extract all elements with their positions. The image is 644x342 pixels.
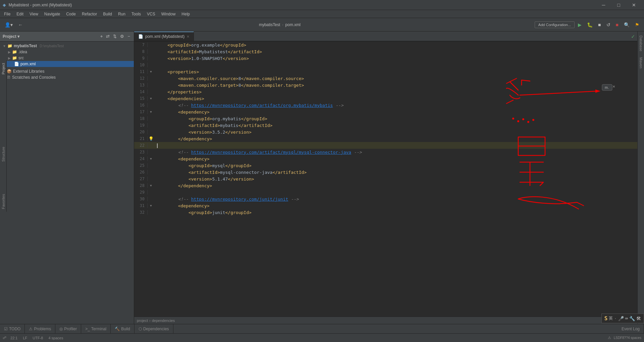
lightbulb-icon-21[interactable]: 💡 <box>149 136 154 141</box>
main-layout: Project ▾ ⌖ ⇄ ⇅ ⚙ − ▼ 📁 mybatisTest D:\m… <box>0 31 644 324</box>
problems-icon: ⚠ <box>29 327 33 331</box>
build-button[interactable]: ↺ <box>604 21 612 29</box>
bottom-tab-profiler[interactable]: ◎ Profiler <box>55 324 81 333</box>
code-line-13: 13 <maven.compiler.target>8</maven.compi… <box>134 82 637 88</box>
status-encoding[interactable]: UTF-8 <box>31 336 44 340</box>
code-line-15: 15 ▼ <dependencies> <box>134 95 637 102</box>
search-everywhere-button[interactable]: 🔍 <box>622 21 632 29</box>
code-line-10: 10 <box>134 62 637 68</box>
menu-navigate[interactable]: Navigate <box>42 11 63 17</box>
code-line-12: 12 <maven.compiler.source>8</maven.compi… <box>134 75 637 82</box>
code-content-21: </dependency> <box>154 136 637 141</box>
ime-lang-label[interactable]: 英 <box>609 316 613 321</box>
menu-run[interactable]: Run <box>115 11 128 17</box>
terminal-label: Terminal <box>91 327 106 331</box>
code-line-24: 24 ▼ <dependency> <box>134 155 637 162</box>
ime-mic-icon[interactable]: 🎤 <box>618 316 624 321</box>
bottom-tab-event-log[interactable]: Event Log <box>618 324 644 333</box>
add-configuration-button[interactable]: Add Configuration... <box>535 21 575 28</box>
database-panel-tab[interactable]: Database <box>638 33 644 54</box>
menu-code[interactable]: Code <box>63 11 78 17</box>
bottom-tab-terminal[interactable]: >_ Terminal <box>81 324 111 333</box>
menu-tools[interactable]: Tools <box>129 11 144 17</box>
tree-item-idea[interactable]: ▶ 📁 .idea <box>5 49 134 55</box>
bottom-tabs: ☑ TODO ⚠ Problems ◎ Profiler >_ Terminal… <box>0 324 644 333</box>
fold-icon-28[interactable]: ▼ <box>150 184 152 187</box>
code-content-17: <dependency> <box>154 110 637 115</box>
ime-tools-icon[interactable]: 🛠 <box>636 316 641 321</box>
ime-settings-icon[interactable]: 🔧 <box>629 316 635 321</box>
window-controls: ─ □ ✕ <box>596 0 641 10</box>
project-collapse-button[interactable]: ⇄ <box>105 33 111 40</box>
code-line-18: 18 <groupId>org.mybatis</groupId> <box>134 115 637 122</box>
menu-file[interactable]: File <box>1 11 13 17</box>
project-side-tab[interactable]: Project <box>0 60 6 77</box>
notifications-button[interactable]: ⚑ <box>633 21 641 29</box>
maven-panel-tab[interactable]: Maven <box>638 55 644 71</box>
editor-breadcrumb: project › dependencies <box>134 317 637 324</box>
code-editor[interactable]: 7 <groupId>org.example</groupId> 8 <arti… <box>134 42 637 317</box>
menu-build[interactable]: Build <box>100 11 115 17</box>
project-header-icons: ⌖ ⇄ ⇅ ⚙ − <box>99 33 131 40</box>
debug-button[interactable]: 🐛 <box>585 21 595 29</box>
fold-icon-24[interactable]: ▼ <box>150 157 152 160</box>
fold-icon-11[interactable]: ▼ <box>150 70 152 73</box>
project-locate-button[interactable]: ⌖ <box>99 33 104 40</box>
code-content-32: <groupId>junit</groupId> <box>154 210 637 215</box>
code-content-19: <artifactId>mybatis</artifactId> <box>154 123 637 128</box>
status-cursor-position[interactable]: 22:1 <box>9 336 19 340</box>
save-indicator: ✓ <box>631 31 637 41</box>
status-info: LSDF8??4 spaces <box>614 336 641 340</box>
fold-icon-17[interactable]: ▼ <box>150 110 152 114</box>
project-close-button[interactable]: − <box>126 33 131 40</box>
line-number-14: 14 <box>134 89 148 94</box>
project-root-icon: 📁 <box>7 44 12 48</box>
bottom-tab-build[interactable]: 🔨 Build <box>111 324 135 333</box>
tree-item-external-libraries[interactable]: ▶ 📦 External Libraries <box>0 68 134 74</box>
tab-pom-xml[interactable]: 📄 pom.xml (Mybatistest) ✕ <box>134 31 194 41</box>
fold-icon-15[interactable]: ▼ <box>150 97 152 100</box>
bottom-tab-dependencies[interactable]: ⬡ Dependencies <box>135 324 173 333</box>
line-number-16: 16 <box>134 103 148 108</box>
project-settings-button[interactable]: ⚙ <box>119 33 125 40</box>
line-number-8: 8 <box>134 49 148 54</box>
bottom-tab-todo[interactable]: ☑ TODO <box>0 324 25 333</box>
toolbar-profile-btn[interactable]: 👤▾ <box>3 21 15 29</box>
run-button[interactable]: ▶ <box>576 21 584 29</box>
run-coverage-button[interactable]: ■ <box>596 21 603 29</box>
breadcrumb-dependencies-link[interactable]: dependencies <box>152 319 175 323</box>
favorites-side-tab[interactable]: Favorites <box>0 191 6 212</box>
code-content-8: <artifactId>Mybatistest</artifactId> <box>154 49 637 54</box>
menu-edit[interactable]: Edit <box>14 11 26 17</box>
project-sort-button[interactable]: ⇅ <box>112 33 118 40</box>
bottom-tab-problems[interactable]: ⚠ Problems <box>25 324 55 333</box>
stop-button[interactable]: ■ <box>614 21 621 29</box>
tab-close-button[interactable]: ✕ <box>186 35 190 39</box>
dependencies-icon: ⬡ <box>139 327 142 331</box>
tree-item-src[interactable]: ▶ 📁 src <box>5 55 134 61</box>
fold-icon-31[interactable]: ▼ <box>150 204 152 207</box>
menu-help[interactable]: Help <box>179 11 193 17</box>
project-root-path: D:\mybatisTest <box>40 44 64 48</box>
minimize-button[interactable]: ─ <box>596 0 611 10</box>
tree-item-pom-xml[interactable]: 📄 pom.xml <box>5 61 134 67</box>
menu-refactor[interactable]: Refactor <box>79 11 100 17</box>
breadcrumb-project-link[interactable]: project <box>137 319 148 323</box>
menu-view[interactable]: View <box>27 11 41 17</box>
todo-label: TODO <box>9 327 20 331</box>
line-number-7: 7 <box>134 43 148 47</box>
expand-arrow-idea-icon: ▶ <box>8 50 11 54</box>
menu-window[interactable]: Window <box>159 11 178 17</box>
maximize-button[interactable]: □ <box>611 0 626 10</box>
status-indent[interactable]: 4 spaces <box>47 336 64 340</box>
tree-item-root[interactable]: ▼ 📁 mybatisTest D:\mybatisTest <box>0 43 134 49</box>
status-lf[interactable]: LF <box>21 336 29 340</box>
toolbar-back-btn[interactable]: ← <box>16 21 25 29</box>
close-button[interactable]: ✕ <box>626 0 641 10</box>
code-line-29: 29 <box>134 189 637 196</box>
line-number-25: 25 <box>134 163 148 168</box>
menu-vcs[interactable]: VCS <box>144 11 158 17</box>
ime-keyboard-icon[interactable]: ⌨ <box>625 316 628 321</box>
tree-item-scratches[interactable]: ▶ 🖹 Scratches and Consoles <box>0 74 134 80</box>
structure-side-tab[interactable]: Structure <box>0 144 6 164</box>
